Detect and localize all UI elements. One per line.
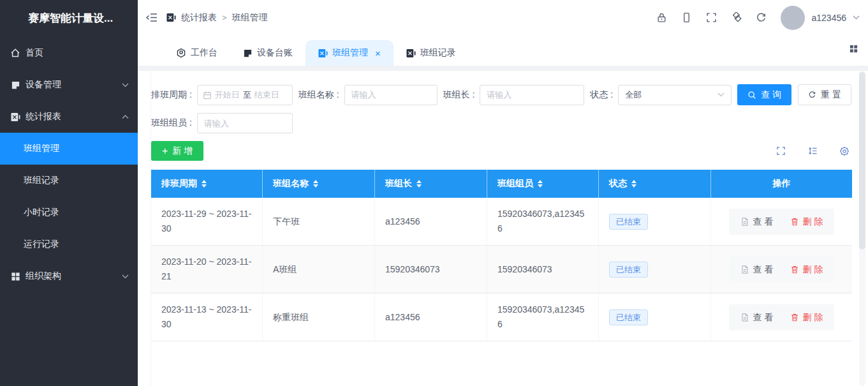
scrollbar-track[interactable] [859, 71, 865, 386]
cell-actions: 查 看 删 除 [711, 198, 852, 245]
add-button[interactable]: + 新 增 [151, 141, 203, 161]
sidebar-fold-icon[interactable] [145, 13, 158, 22]
calendar-icon [203, 91, 212, 100]
member-input[interactable] [197, 113, 293, 133]
table-row: 2023-11-29 ~ 2023-11-30 下午班 a123456 1592… [151, 198, 852, 246]
sidebar-item-label: 统计报表 [26, 111, 122, 122]
breadcrumb-section[interactable]: 统计报表 [181, 12, 217, 24]
sidebar-item-report[interactable]: 统计报表 [0, 101, 138, 133]
leader-input[interactable] [480, 85, 584, 105]
chevron-down-icon [717, 93, 725, 97]
sort-icon[interactable] [202, 180, 207, 188]
status-badge: 已结束 [609, 214, 648, 230]
chevron-up-icon [122, 115, 129, 119]
sort-icon[interactable] [538, 180, 543, 188]
content-area: 排班周期 : 开始日 至 结束日 班组名称 : [138, 71, 868, 386]
period-label: 排班周期 : [151, 89, 192, 101]
theme-icon[interactable] [731, 12, 742, 23]
cell-status: 已结束 [599, 293, 711, 341]
tab-team-management[interactable]: 班组管理 × [305, 40, 394, 66]
cell-status: 已结束 [599, 246, 711, 293]
sort-icon[interactable] [313, 180, 318, 188]
row-actions: 查 看 删 除 [729, 304, 835, 330]
tab-workbench[interactable]: 工作台 [163, 40, 230, 66]
status-select[interactable]: 全部 [618, 85, 732, 105]
period-separator: 至 [243, 89, 251, 101]
cell-members: 15920346073 [487, 246, 599, 293]
lock-icon[interactable] [656, 12, 667, 23]
view-button[interactable]: 查 看 [740, 262, 774, 277]
column-header-status[interactable]: 状态 [599, 170, 711, 198]
tab-divider [138, 66, 868, 71]
column-header-members[interactable]: 班组组员 [487, 170, 599, 198]
tab-options-icon[interactable] [849, 44, 858, 56]
sidebar-subitem-run-record[interactable]: 运行记录 [0, 228, 138, 260]
tab-device-ledger[interactable]: 设备台账 [230, 40, 305, 66]
user-menu[interactable]: a123456 [781, 6, 860, 30]
period-range-picker[interactable]: 开始日 至 结束日 [197, 85, 293, 105]
filter-row-1: 排班周期 : 开始日 至 结束日 班组名称 : [151, 84, 852, 105]
cell-name: 下午班 [263, 198, 375, 245]
table-row: 2023-11-20 ~ 2023-11-21 A班组 15920346073 … [151, 246, 852, 293]
column-header-period[interactable]: 排班周期 [151, 170, 263, 198]
column-header-actions: 操作 [711, 170, 852, 198]
reset-button-label: 重 置 [821, 89, 841, 101]
trash-icon [790, 217, 799, 226]
fullscreen-icon[interactable] [706, 12, 717, 23]
delete-button[interactable]: 删 除 [790, 310, 823, 325]
tab-bar: 工作台 设备台账 班组管理 × 班组记录 [138, 35, 868, 66]
delete-button[interactable]: 删 除 [790, 262, 823, 277]
status-label: 状态 : [590, 89, 613, 101]
reset-button[interactable]: 重 置 [798, 84, 851, 105]
header-actions: a123456 [656, 6, 860, 30]
close-icon[interactable]: × [375, 48, 381, 59]
scrollbar-thumb[interactable] [859, 72, 865, 249]
tab-label: 工作台 [191, 47, 217, 59]
expand-icon[interactable] [776, 146, 786, 156]
cell-leader: a123456 [375, 198, 487, 245]
top-header: 统计报表 > 班组管理 [138, 0, 868, 35]
delete-button[interactable]: 删 除 [790, 214, 823, 229]
tab-team-record[interactable]: 班组记录 [394, 40, 469, 66]
column-header-leader[interactable]: 班组长 [375, 170, 487, 198]
avatar[interactable] [781, 6, 805, 30]
cell-period: 2023-11-13 ~ 2023-11-30 [151, 293, 263, 341]
org-icon [10, 271, 20, 281]
filter-panel: 排班周期 : 开始日 至 结束日 班组名称 : [151, 71, 852, 133]
row-actions: 查 看 删 除 [729, 256, 835, 283]
app-window: 赛摩智能计量设... 首页 设备管理 [0, 0, 868, 386]
sidebar-item-label: 首页 [26, 47, 129, 59]
excel-icon [166, 13, 176, 22]
sidebar-item-device-management[interactable]: 设备管理 [0, 69, 138, 101]
plus-icon: + [162, 146, 168, 156]
sidebar-item-home[interactable]: 首页 [0, 37, 138, 69]
app-title: 赛摩智能计量设... [0, 0, 138, 37]
refresh-icon[interactable] [756, 12, 767, 23]
sort-icon[interactable] [416, 180, 422, 188]
mobile-icon[interactable] [681, 12, 692, 23]
document-icon [740, 313, 749, 322]
column-header-name[interactable]: 班组名称 [263, 170, 375, 198]
gear-icon[interactable] [839, 146, 850, 156]
sidebar-item-organization[interactable]: 组织架构 [0, 260, 138, 292]
excel-icon [406, 48, 416, 58]
team-name-input[interactable] [344, 85, 438, 105]
sidebar-subitem-team-record[interactable]: 班组记录 [0, 165, 138, 197]
document-icon [740, 217, 749, 226]
chevron-down-icon [853, 15, 860, 20]
excel-icon [318, 48, 328, 58]
username: a123456 [811, 13, 846, 23]
sort-icon[interactable] [631, 180, 636, 188]
column-settings-icon[interactable] [807, 146, 818, 156]
period-start-placeholder: 开始日 [215, 89, 240, 101]
member-label: 班组组员 : [151, 117, 192, 129]
breadcrumb-page: 班组管理 [232, 12, 268, 24]
chevron-down-icon [122, 274, 129, 279]
search-button[interactable]: 查 询 [737, 84, 791, 105]
view-button[interactable]: 查 看 [740, 214, 774, 229]
main-area: 统计报表 > 班组管理 [138, 0, 868, 386]
cell-leader: a123456 [375, 293, 487, 341]
sidebar-subitem-team-management[interactable]: 班组管理 [0, 133, 138, 165]
sidebar-subitem-hour-record[interactable]: 小时记录 [0, 197, 138, 228]
view-button[interactable]: 查 看 [740, 310, 774, 325]
